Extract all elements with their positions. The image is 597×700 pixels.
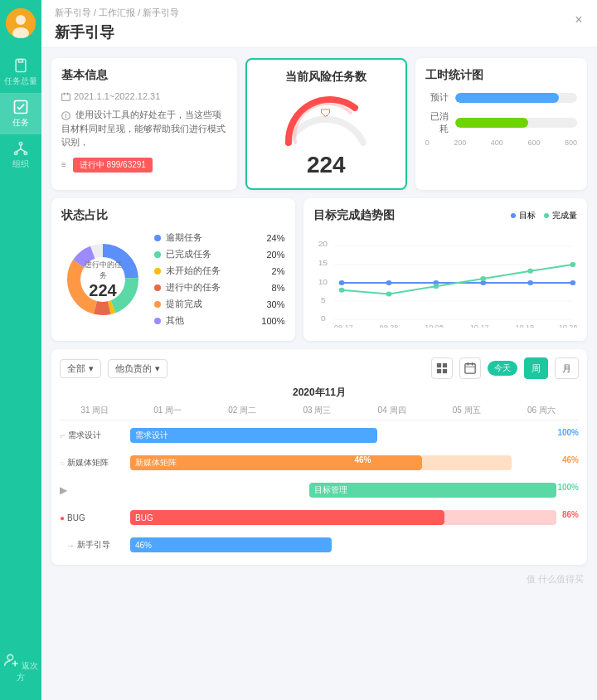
svg-point-47 [570, 262, 575, 267]
gantt-bar-4[interactable]: 46% [130, 537, 332, 552]
svg-rect-58 [465, 364, 475, 373]
progress-icon: ≡ [61, 160, 66, 169]
trend-card: 目标完成趋势图 目标 完成量 0 [303, 198, 588, 341]
svg-point-45 [480, 276, 486, 281]
today-badge[interactable]: 今天 [488, 361, 517, 376]
gantt-col-header-3: 03 周三 [279, 405, 354, 416]
legend-dot [154, 318, 161, 324]
trend-dot-target [511, 213, 516, 218]
sidebar-item-task-total[interactable]: 任务总量 [0, 51, 41, 93]
donut-chart: 进行中的任务 224 [61, 238, 144, 321]
filter-assignee-dropdown[interactable]: 他负责的 ▾ [108, 359, 167, 378]
svg-text:10.05: 10.05 [425, 323, 444, 328]
gantt-bar-area-1: 新媒体矩阵 46% 46% [130, 454, 579, 472]
grid-view-button[interactable] [431, 357, 453, 379]
main-content: 新手引导 / 工作汇报 / 新手引导 新手引导 × 基本信息 2021.1.1~… [41, 0, 597, 700]
legend-item-0: 逾期任务 24% [154, 231, 285, 244]
svg-point-1 [16, 15, 26, 25]
legend-dot [154, 235, 161, 241]
gantt-row-2: ▶ 目标管理 100% [60, 479, 579, 502]
svg-rect-54 [437, 363, 441, 367]
status-title: 状态占比 [61, 208, 285, 223]
shield-icon: 🛡 [320, 106, 332, 119]
risk-count: 224 [257, 152, 396, 178]
gantt-col-header-5: 05 周五 [430, 405, 504, 416]
legend-item-3: 进行中的任务 8% [154, 281, 285, 294]
gantt-row-label-3: ● BUG [60, 513, 130, 523]
svg-text:10.19: 10.19 [515, 323, 534, 328]
svg-point-41 [570, 280, 575, 285]
gantt-bar-2[interactable]: 目标管理 [309, 483, 556, 498]
gantt-bar-0[interactable]: 需求设计 [130, 428, 377, 443]
legend-list: 逾期任务 24% 已完成任务 20% 未开始的任务 2% [154, 231, 285, 327]
info-icon: i [61, 111, 70, 120]
bar-item-forecast: 预计 [425, 91, 577, 104]
legend-item-4: 提前完成 30% [154, 298, 285, 310]
svg-text:10: 10 [318, 278, 327, 286]
gantt-pct-0: 100% [557, 428, 579, 437]
gantt-toolbar-right: 今天 周 月 [431, 357, 579, 379]
gauge-chart [280, 93, 371, 147]
trend-legend: 目标 完成量 [511, 210, 577, 221]
trend-legend-target: 目标 [511, 210, 536, 221]
header: 新手引导 / 工作汇报 / 新手引导 新手引导 × [41, 0, 597, 48]
gantt-bar-1[interactable]: 新媒体矩阵 [130, 455, 422, 470]
svg-point-43 [386, 291, 391, 296]
gantt-col-header-6: 06 周六 [504, 405, 579, 416]
watermark: 值 什么值得买 [51, 573, 587, 586]
gantt-bar-area-3: BUG 86% [130, 508, 579, 527]
risk-title: 当前风险任务数 [257, 70, 396, 85]
page-title: 新手引导 [55, 22, 584, 42]
calendar-view-button[interactable] [459, 357, 481, 379]
workhour-card: 工时统计图 预计 已消耗 0 200 400 600 80 [415, 58, 587, 190]
risk-card: 当前风险任务数 🛡 224 [245, 58, 407, 190]
svg-text:15: 15 [318, 259, 327, 267]
bar-item-consumed: 已消耗 [425, 110, 577, 135]
gantt-bar-area-2: 目标管理 100% [130, 481, 579, 499]
bar-label-consumed: 已消耗 [425, 110, 449, 135]
avatar[interactable] [6, 8, 36, 38]
svg-line-10 [21, 149, 26, 152]
svg-point-44 [433, 284, 439, 289]
donut-center: 进行中的任务 224 [82, 259, 124, 299]
bar-label-forecast: 预计 [425, 91, 449, 104]
svg-text:10.12: 10.12 [469, 323, 488, 328]
workhour-title: 工时统计图 [425, 68, 577, 83]
svg-text:5: 5 [321, 296, 326, 304]
sidebar-bottom-user[interactable]: 返次方 [0, 652, 41, 683]
svg-point-37 [386, 280, 391, 285]
donut-area: 进行中的任务 224 逾期任务 24% 已完成任务 [61, 231, 285, 327]
month-view-button[interactable]: 月 [555, 357, 579, 379]
legend-dot [154, 251, 161, 258]
gantt-pct-mid-1: 46% [355, 455, 371, 464]
gantt-month-header: 2020年11月 [60, 386, 579, 400]
close-button[interactable]: × [570, 12, 587, 28]
sidebar-item-label: 任务总量 [4, 75, 37, 87]
trend-dot-actual [544, 213, 549, 218]
svg-point-46 [527, 269, 533, 274]
middle-row: 状态占比 [51, 198, 587, 341]
sidebar-item-org-label: 组织 [12, 158, 29, 170]
bar-axis: 0 200 400 600 800 [425, 139, 577, 147]
svg-point-36 [338, 280, 344, 285]
gantt-bar-3[interactable]: BUG [130, 510, 444, 525]
sidebar-item-tasks[interactable]: 任务 [0, 93, 41, 134]
info-desc: i 使用设计工具的好处在于，当这些项目材料同时呈现，能够帮助我们进行模式识别， [61, 108, 227, 149]
task-icon [12, 99, 29, 115]
svg-rect-3 [16, 60, 26, 72]
svg-point-6 [15, 152, 17, 154]
week-view-button[interactable]: 周 [524, 357, 548, 379]
sidebar-item-org[interactable]: 组织 [0, 134, 41, 176]
gantt-col-header-2: 02 周二 [205, 405, 279, 416]
info-date: 2021.1.1~2022.12.31 [61, 91, 227, 101]
svg-text:10.26: 10.26 [558, 323, 577, 328]
legend-dot [154, 284, 161, 291]
svg-point-11 [7, 654, 13, 660]
trend-chart: 0 5 10 15 20 [313, 228, 578, 328]
legend-item-5: 其他 100% [154, 314, 285, 327]
svg-text:0: 0 [321, 314, 326, 323]
svg-text:09.12: 09.12 [334, 323, 353, 328]
svg-text:09.28: 09.28 [379, 323, 398, 328]
filter-all-dropdown[interactable]: 全部 ▾ [60, 359, 101, 378]
svg-text:i: i [66, 113, 67, 119]
